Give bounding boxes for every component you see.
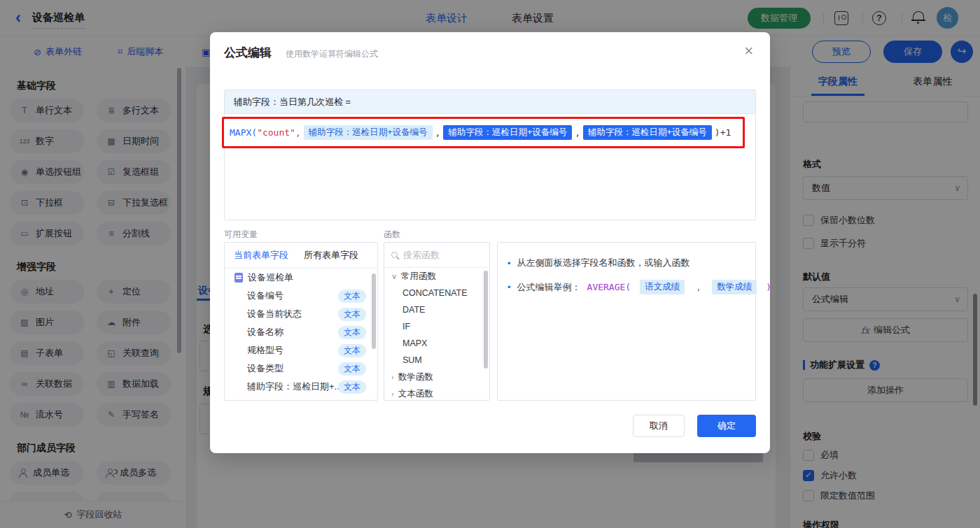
type-tag: 文本 xyxy=(338,380,366,394)
function-name: SUM xyxy=(402,355,422,365)
chevron-down-icon: ∨ xyxy=(391,272,397,281)
close-icon[interactable]: × xyxy=(744,43,753,59)
modal-footer: 取消 确定 xyxy=(633,415,756,437)
variables-tabs: 当前表单字段 所有表单字段 xyxy=(225,243,377,269)
example-token: 语文成绩 xyxy=(640,280,685,294)
field-name: 设备名称 xyxy=(247,326,284,338)
form-node-label: 设备巡检单 xyxy=(248,271,293,284)
function-name: IF xyxy=(402,322,410,331)
chevron-right-icon: › xyxy=(391,373,394,381)
search-icon xyxy=(391,252,398,258)
formula-tail: )+1 xyxy=(715,127,731,138)
function-name: CONCATENATE xyxy=(402,288,468,298)
field-name: 辅助字段：巡检日期+... xyxy=(247,380,342,393)
function-name: MAPX( xyxy=(230,127,257,138)
variables-scrollbar[interactable] xyxy=(372,273,376,349)
tip-row-example: • 公式编辑举例： AVERAGE( 语文成绩 ， 数学成绩 ) xyxy=(507,280,746,294)
variables-panel: 当前表单字段 所有表单字段 设备巡检单 设备编号文本 设备当前状态文本 设备名称… xyxy=(224,242,378,401)
type-tag: 文本 xyxy=(338,308,366,321)
variable-field[interactable]: 设备编号文本 xyxy=(225,287,377,305)
tip-text: 从左侧面板选择字段名和函数，或输入函数 xyxy=(517,257,690,269)
function-group-text[interactable]: › 文本函数 xyxy=(384,385,489,401)
variable-field[interactable]: 辅助字段：巡检日期+...文本 xyxy=(225,378,377,396)
bullet-icon: • xyxy=(507,258,511,269)
group-label: 文本函数 xyxy=(398,388,433,400)
field-token[interactable]: 辅助字段：巡检日期+设备编号 xyxy=(304,125,433,140)
function-item[interactable]: IF xyxy=(384,318,489,335)
tab-current-form-fields[interactable]: 当前表单字段 xyxy=(234,249,288,262)
example-close-paren: ) xyxy=(766,282,771,292)
function-group-common[interactable]: ∨ 常用函数 xyxy=(384,268,489,285)
example-comma: ， xyxy=(694,281,703,294)
type-tag: 文本 xyxy=(338,344,366,357)
app-window: ‹ 设备巡检单 表单设计 表单设置 数据管理 ? 检 ⊘ 表单外链 ⌗ 后端脚本… xyxy=(0,0,980,528)
variable-field[interactable]: 设备类型文本 xyxy=(225,359,377,378)
type-tag: 文本 xyxy=(338,362,366,376)
string-argument: "count", xyxy=(257,127,301,138)
tab-all-form-fields[interactable]: 所有表单字段 xyxy=(304,249,358,262)
example-function: AVERAGE( xyxy=(587,282,631,292)
field-token-selected[interactable]: 辅助字段：巡检日期+设备编号 xyxy=(443,125,572,140)
tip-example-prefix: 公式编辑举例： xyxy=(517,281,581,294)
comma: , xyxy=(435,127,441,138)
formula-editor-modal: 公式编辑 使用数学运算符编辑公式 × 辅助字段：当日第几次巡检 = MAPX( … xyxy=(210,32,770,453)
comma: , xyxy=(575,127,580,138)
example-token: 数学成绩 xyxy=(712,280,757,294)
formula-target-field: 辅助字段：当日第几次巡检 = xyxy=(225,90,755,114)
variables-label: 可用变量 xyxy=(224,229,258,241)
search-placeholder: 搜索函数 xyxy=(403,249,440,262)
function-item[interactable]: SUM xyxy=(384,352,489,369)
help-panel: • 从左侧面板选择字段名和函数，或输入函数 • 公式编辑举例： AVERAGE(… xyxy=(497,242,756,401)
function-group-math[interactable]: › 数学函数 xyxy=(384,369,489,385)
functions-panel: 搜索函数 ∨ 常用函数 CONCATENATE DATE IF MAPX SUM… xyxy=(384,242,490,401)
tip-row: • 从左侧面板选择字段名和函数，或输入函数 xyxy=(507,257,746,269)
field-token-selected[interactable]: 辅助字段：巡检日期+设备编号 xyxy=(583,125,712,140)
function-item[interactable]: CONCATENATE xyxy=(384,285,489,301)
function-search-input[interactable]: 搜索函数 xyxy=(384,243,489,268)
formula-editor-box[interactable]: 辅助字段：当日第几次巡检 = xyxy=(224,90,756,220)
variable-field[interactable]: 设备名称文本 xyxy=(225,323,377,341)
chevron-right-icon: › xyxy=(391,390,394,398)
modal-title: 公式编辑 xyxy=(224,45,272,61)
group-label: 数学函数 xyxy=(398,371,433,383)
confirm-button[interactable]: 确定 xyxy=(697,415,756,437)
function-item[interactable]: DATE xyxy=(384,301,489,318)
variable-field[interactable]: 规格型号文本 xyxy=(225,341,377,359)
functions-label: 函数 xyxy=(384,229,400,241)
modal-subtitle: 使用数学运算符编辑公式 xyxy=(286,48,378,60)
document-icon xyxy=(234,273,243,283)
type-tag: 文本 xyxy=(338,290,366,303)
formula-line-highlighted[interactable]: MAPX( "count", 辅助字段：巡检日期+设备编号 , 辅助字段：巡检日… xyxy=(222,117,745,148)
field-name: 设备编号 xyxy=(247,290,284,302)
function-name: DATE xyxy=(402,305,425,315)
field-name: 设备类型 xyxy=(247,362,284,375)
function-item[interactable]: MAPX xyxy=(384,335,489,352)
field-name: 规格型号 xyxy=(247,344,284,357)
form-node[interactable]: 设备巡检单 xyxy=(225,269,377,287)
group-label: 常用函数 xyxy=(401,271,436,283)
type-tag: 文本 xyxy=(338,326,366,339)
bullet-icon: • xyxy=(507,282,511,292)
cancel-button[interactable]: 取消 xyxy=(633,415,685,437)
function-name: MAPX xyxy=(402,338,427,348)
field-name: 设备当前状态 xyxy=(247,308,302,320)
variable-field[interactable]: 设备当前状态文本 xyxy=(225,305,377,323)
functions-scrollbar[interactable] xyxy=(484,271,488,369)
